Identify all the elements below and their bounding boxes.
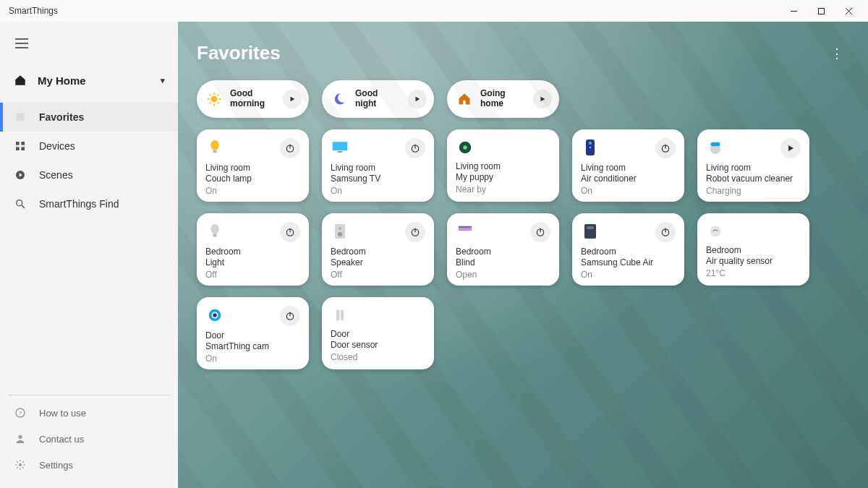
- power-button[interactable]: [280, 306, 300, 326]
- power-button[interactable]: [280, 222, 300, 242]
- device-name: Robot vacuum cleaner: [706, 174, 801, 184]
- sidebar-item-label: SmartThings Find: [39, 198, 119, 210]
- speaker-icon: [331, 222, 349, 241]
- scene-label: Goodmorning: [230, 89, 276, 109]
- device-room: Living room: [456, 161, 550, 172]
- sidebar-item-label: Devices: [39, 140, 75, 152]
- svg-point-28: [210, 224, 219, 234]
- chevron-down-icon: ▾: [161, 76, 165, 85]
- sidebar: My Home ▾ Favorites Devices Scenes: [0, 22, 178, 488]
- svg-rect-15: [213, 150, 217, 153]
- svg-point-42: [710, 226, 721, 237]
- sidebar-footer-help[interactable]: ? How to use: [0, 400, 178, 426]
- svg-point-21: [463, 145, 467, 150]
- svg-point-24: [590, 147, 592, 149]
- device-name: Samsung TV: [331, 174, 425, 184]
- scene-card[interactable]: Goodmorning: [197, 80, 309, 118]
- device-name: Samsung Cube Air: [581, 257, 676, 268]
- svg-point-23: [589, 142, 592, 145]
- svg-point-33: [338, 232, 342, 236]
- svg-rect-6: [21, 147, 25, 150]
- footer-label: Settings: [39, 460, 73, 471]
- device-card[interactable]: BedroomAir quality sensor21°C: [697, 213, 809, 286]
- grid-icon: [13, 140, 27, 152]
- svg-text:?: ?: [19, 410, 22, 416]
- device-card[interactable]: DoorDoor sensorClosed: [322, 297, 434, 369]
- device-name: Door sensor: [331, 340, 425, 351]
- svg-rect-48: [341, 310, 344, 321]
- device-status: On: [581, 270, 676, 281]
- svg-rect-0: [818, 8, 824, 14]
- play-button[interactable]: [780, 138, 801, 158]
- device-card[interactable]: Living roomMy puppyNear by: [447, 129, 559, 202]
- close-button[interactable]: [835, 0, 862, 22]
- device-room: Living room: [205, 163, 300, 174]
- more-menu-button[interactable]: ⋮: [825, 43, 849, 64]
- device-status: Charging: [706, 186, 801, 197]
- device-card[interactable]: BedroomLightOff: [197, 213, 309, 286]
- menu-toggle-button[interactable]: [4, 29, 39, 58]
- sidebar-item-devices[interactable]: Devices: [0, 132, 178, 160]
- sidebar-footer-contact[interactable]: Contact us: [0, 426, 178, 452]
- run-scene-button[interactable]: [408, 90, 427, 108]
- gear-icon: [13, 459, 27, 471]
- device-card[interactable]: BedroomBlindOpen: [447, 213, 559, 286]
- device-card[interactable]: DoorSmartThing camOn: [197, 297, 309, 369]
- robot-vac-icon: [706, 138, 725, 157]
- device-card[interactable]: BedroomSamsung Cube AirOn: [572, 213, 684, 286]
- svg-rect-29: [213, 234, 217, 236]
- svg-rect-1: [17, 114, 25, 121]
- device-room: Bedroom: [706, 245, 801, 256]
- svg-rect-35: [459, 226, 472, 228]
- device-name: Blind: [456, 257, 550, 268]
- minimize-button[interactable]: [780, 0, 807, 22]
- device-card[interactable]: Living roomAir conditionerOn: [572, 129, 684, 202]
- sidebar-item-scenes[interactable]: Scenes: [0, 160, 178, 189]
- power-button[interactable]: [405, 138, 425, 158]
- device-room: Door: [205, 330, 300, 341]
- device-status: On: [331, 186, 425, 197]
- device-card[interactable]: Living roomRobot vacuum cleanerCharging: [697, 129, 809, 202]
- svg-point-32: [339, 228, 341, 230]
- device-status: Off: [205, 270, 300, 281]
- title-bar: SmartThings: [0, 0, 868, 22]
- device-grid: Living roomCouch lampOnLiving roomSamsun…: [197, 129, 849, 369]
- bulb-on-icon: [205, 138, 224, 157]
- device-card[interactable]: Living roomSamsung TVOn: [322, 129, 434, 202]
- svg-point-13: [210, 95, 217, 102]
- star-icon: [13, 111, 27, 123]
- play-circle-icon: [13, 169, 27, 181]
- power-button[interactable]: [405, 222, 425, 242]
- scene-card[interactable]: Goodnight: [322, 80, 434, 118]
- device-card[interactable]: BedroomSpeakerOff: [322, 213, 434, 286]
- sidebar-item-label: Scenes: [39, 169, 73, 181]
- tag-icon: [456, 138, 475, 157]
- sidebar-footer-settings[interactable]: Settings: [0, 452, 178, 478]
- home-selector[interactable]: My Home ▾: [0, 67, 178, 94]
- scene-card[interactable]: Goinghome: [447, 80, 559, 118]
- run-scene-button[interactable]: [533, 90, 552, 108]
- home-icon: [13, 74, 27, 87]
- scene-row: GoodmorningGoodnightGoinghome: [197, 80, 849, 118]
- power-button[interactable]: [655, 138, 676, 158]
- device-card[interactable]: Living roomCouch lampOn: [197, 129, 309, 202]
- svg-rect-18: [338, 151, 343, 153]
- camera-icon: [205, 306, 224, 325]
- device-status: On: [581, 186, 676, 197]
- power-button[interactable]: [655, 222, 676, 242]
- sidebar-item-favorites[interactable]: Favorites: [0, 103, 178, 132]
- power-button[interactable]: [530, 222, 550, 242]
- device-room: Bedroom: [331, 247, 425, 257]
- maximize-button[interactable]: [807, 0, 835, 22]
- svg-point-11: [18, 435, 22, 439]
- sidebar-item-find[interactable]: SmartThings Find: [0, 189, 178, 218]
- svg-point-45: [213, 313, 217, 317]
- run-scene-button[interactable]: [283, 90, 302, 108]
- svg-rect-47: [336, 310, 339, 321]
- power-button[interactable]: [280, 138, 300, 158]
- device-status: 21°C: [706, 268, 801, 279]
- device-room: Living room: [706, 163, 801, 174]
- help-icon: ?: [13, 407, 27, 419]
- svg-point-8: [17, 200, 22, 206]
- sun-icon: [205, 90, 223, 108]
